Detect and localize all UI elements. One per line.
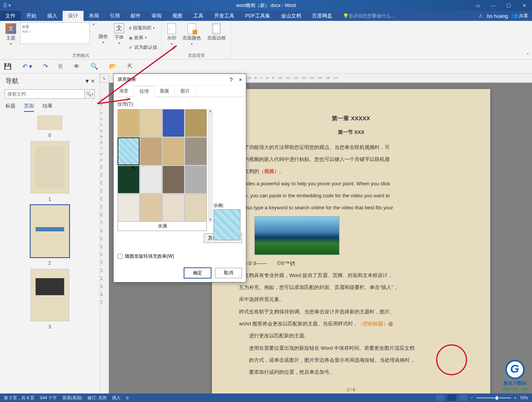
texture-swatch[interactable] — [140, 109, 162, 137]
touch-mode-icon[interactable]: ⇱ — [128, 63, 133, 70]
ruler-corner[interactable]: L — [100, 74, 109, 83]
new-icon[interactable]: ⎘ — [59, 63, 63, 70]
texture-swatch[interactable] — [162, 194, 184, 222]
tab-developer[interactable]: 开发工具 — [209, 11, 240, 21]
tab-design[interactable]: 设计 — [63, 11, 84, 21]
open-icon[interactable]: 📂 — [109, 63, 117, 70]
fonts-button[interactable]: 文 字体 ▾ — [112, 22, 126, 46]
tab-insert[interactable]: 插入 — [42, 11, 63, 21]
collapse-ribbon-icon[interactable]: ⌃ — [526, 52, 530, 58]
effects-button[interactable]: ◉效果 ▾ — [128, 34, 158, 42]
dialog-tab-pattern[interactable]: 图案 — [155, 86, 175, 97]
themes-button[interactable]: 文 主题 ▾ — [3, 22, 19, 46]
status-words[interactable]: 544 个字 — [40, 395, 56, 401]
texture-swatch[interactable] — [162, 166, 184, 193]
set-default-button[interactable]: ✔设为默认值 — [128, 43, 158, 51]
close-icon[interactable]: ✕ — [517, 0, 532, 11]
page-color-button[interactable]: 页面颜色 ▾ — [180, 22, 203, 46]
texture-swatch[interactable] — [162, 137, 184, 165]
tab-view[interactable]: 视图 — [167, 11, 188, 21]
texture-swatch[interactable] — [140, 194, 162, 222]
title-left-menu[interactable]: ☰ ▾ — [3, 3, 11, 8]
share-button[interactable]: 👥 共享 — [512, 13, 528, 19]
status-page[interactable]: 第 3 页，共 6 页 — [4, 395, 34, 401]
nav-header: 导航 ▾ × — [0, 74, 99, 87]
zoom-out-icon[interactable]: − — [471, 395, 473, 400]
view-print-icon[interactable] — [447, 395, 456, 401]
watermark-button[interactable]: A 水印 ▾ — [165, 22, 179, 46]
warning-icon[interactable]: ⚠ — [479, 13, 483, 19]
thumb-0[interactable] — [38, 116, 62, 130]
dialog-tab-picture[interactable]: 图片 — [175, 86, 196, 97]
search-input[interactable] — [5, 90, 84, 98]
zoom-slider[interactable] — [476, 397, 511, 399]
tab-home[interactable]: 开始 — [21, 11, 42, 21]
nav-tab-headings[interactable]: 标题 — [5, 103, 15, 112]
cancel-button[interactable]: 取消 — [215, 268, 242, 278]
zoom-icon[interactable]: 🔍 — [90, 63, 98, 70]
texture-scrollbar[interactable] — [208, 109, 212, 222]
texture-swatch[interactable] — [118, 109, 140, 137]
user-name[interactable]: bo huang — [487, 13, 508, 19]
status-language[interactable]: 英语(美国) — [62, 395, 82, 401]
minimize-icon[interactable]: — — [486, 0, 501, 11]
zoom-value[interactable]: 70% — [520, 395, 528, 400]
thumb-2[interactable] — [31, 205, 69, 257]
save-icon[interactable]: 💾 — [4, 63, 12, 70]
dialog-help-icon[interactable]: ? — [230, 77, 233, 83]
dialog-titlebar[interactable]: 填充效果 ?× — [114, 74, 246, 86]
view-web-icon[interactable] — [459, 395, 467, 401]
status-macro-icon[interactable]: ⎚ — [126, 395, 129, 400]
style-gallery-more-icon[interactable]: ▾ — [93, 22, 95, 26]
texture-swatch[interactable] — [140, 166, 162, 193]
tell-me-search[interactable]: 💡 告诉我您想要做什么… — [338, 11, 401, 21]
texture-swatch[interactable] — [185, 109, 207, 137]
ruler-vertical[interactable]: · ·1· ·2· · ·1· ·2· ·3· ·4· ·5· ·6· ·7· … — [100, 83, 109, 393]
thumb-3[interactable] — [31, 269, 69, 321]
redo-icon[interactable]: ↷ — [43, 63, 48, 70]
tab-review[interactable]: 审阅 — [146, 11, 167, 21]
nav-pin-icon[interactable]: ▾ — [85, 77, 89, 85]
texture-swatch[interactable] — [185, 194, 207, 222]
rotate-fill-checkbox[interactable]: 随图形旋转填充效果(W) — [118, 253, 174, 260]
colors-button[interactable]: 颜色 ▾ — [96, 22, 110, 45]
section-heading: 第一节 XXX — [239, 127, 463, 137]
tab-jinshan[interactable]: 金山文档 — [276, 11, 307, 21]
ribbon-display-icon[interactable]: ▭ — [470, 0, 486, 11]
texture-swatch[interactable] — [140, 137, 162, 165]
view-read-icon[interactable] — [436, 395, 444, 401]
texture-swatch[interactable] — [118, 166, 140, 193]
status-insert[interactable]: 插入 — [112, 395, 121, 401]
style-set-gallery[interactable]: 标题 标题 1 — [20, 22, 90, 44]
tab-references[interactable]: 引用 — [104, 11, 125, 21]
print-preview-icon[interactable]: 👁 — [73, 63, 80, 70]
texture-swatch[interactable] — [185, 137, 207, 165]
rotate-checkbox-input[interactable] — [118, 254, 123, 259]
tab-mailings[interactable]: 邮件 — [125, 11, 146, 21]
tab-pdf[interactable]: PDF工具集 — [240, 11, 276, 21]
paragraph-spacing-button[interactable]: ≡段落间距 ▾ — [128, 24, 158, 32]
texture-swatch[interactable] — [118, 194, 140, 222]
tab-baidu[interactable]: 百度网盘 — [307, 11, 338, 21]
ok-button[interactable]: 确定 — [184, 268, 211, 278]
tab-file[interactable]: 文件 — [0, 11, 21, 21]
status-revision[interactable]: 修订: 关闭 — [87, 395, 107, 401]
texture-swatch-selected[interactable] — [118, 137, 140, 165]
texture-swatch[interactable] — [162, 109, 184, 137]
search-button[interactable]: 🔍▾ — [84, 90, 94, 98]
tab-tools[interactable]: 工具 — [188, 11, 209, 21]
thumb-1[interactable] — [31, 141, 69, 193]
texture-swatch[interactable] — [185, 166, 207, 193]
undo-icon[interactable]: ↶ ▾ — [22, 63, 32, 70]
document-page[interactable]: 第一章 XXXXX 第一节 XXX 供了功能强大的方法帮助您证明您的观点。当您单… — [212, 89, 490, 393]
dialog-close-icon[interactable]: × — [239, 77, 242, 83]
dialog-tab-texture[interactable]: 纹理 — [134, 86, 155, 97]
dialog-tab-gradient[interactable]: 渐变 — [114, 86, 134, 97]
page-border-button[interactable]: 页面边框 — [205, 22, 228, 42]
zoom-in-icon[interactable]: + — [514, 395, 517, 400]
nav-tab-results[interactable]: 结果 — [43, 103, 53, 112]
nav-tab-pages[interactable]: 页面 — [24, 103, 34, 112]
nav-close-icon[interactable]: × — [91, 77, 95, 85]
maximize-icon[interactable]: ☐ — [501, 0, 517, 11]
tab-layout[interactable]: 布局 — [84, 11, 104, 21]
